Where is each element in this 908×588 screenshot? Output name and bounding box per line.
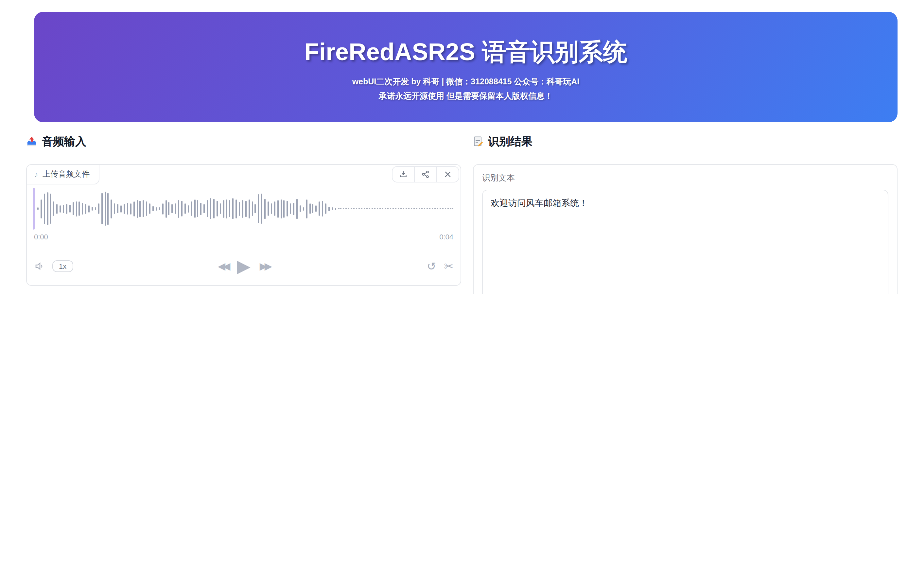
waveform-bar [210, 198, 211, 219]
waveform-bar [159, 207, 160, 210]
waveform-bar [143, 200, 144, 217]
close-icon[interactable] [436, 167, 459, 182]
waveform-bar [40, 199, 42, 218]
waveform-bar [169, 202, 170, 215]
memo-icon [473, 136, 483, 146]
waveform-bar [207, 200, 208, 217]
waveform-bar [191, 201, 192, 216]
waveform-bar [245, 201, 246, 217]
waveform-bar [219, 203, 221, 214]
page-title: FireRedASR2S 语音识别系统 [34, 38, 898, 67]
banner-subtitle-1: webUI二次开发 by 科哥 | 微信：312088415 公众号：科哥玩AI [34, 75, 898, 89]
waveform-bar [322, 201, 323, 217]
waveform-bar [306, 199, 307, 218]
waveform-bar [162, 203, 163, 214]
waveform-bar [133, 201, 134, 216]
waveform-bar [72, 202, 74, 215]
waveform-bar [332, 207, 333, 210]
waveform-bar [194, 199, 195, 218]
waveform-bar [172, 204, 173, 213]
waveform-bar [264, 199, 266, 219]
waveform-bar [271, 203, 272, 214]
waveform-bar [203, 204, 205, 213]
waveform-bar [251, 201, 253, 216]
playback-speed-button[interactable]: 1x [52, 260, 73, 272]
waveform-bar [312, 204, 314, 213]
share-icon[interactable] [414, 167, 436, 182]
recognized-text-area[interactable]: 欢迎访问风车邮箱系统！ [482, 190, 889, 294]
play-button[interactable]: ▶ [237, 257, 251, 275]
waveform-bar [124, 204, 125, 214]
waveform-bar [76, 201, 77, 216]
waveform-bar [156, 207, 157, 210]
waveform-bar [319, 201, 320, 216]
waveform-bar [121, 205, 122, 212]
music-note-icon: ♪ [34, 170, 38, 179]
trim-icon[interactable]: ✂ [444, 261, 454, 272]
waveform-bar [69, 205, 71, 212]
waveform-bar [296, 199, 298, 219]
waveform-bar [181, 201, 182, 217]
time-current: 0:00 [34, 233, 48, 241]
waveform-bar [188, 205, 189, 212]
audio-input-heading: 音频输入 [26, 134, 461, 148]
waveform-bar [197, 200, 198, 217]
rewind-button[interactable]: ◀◀ [218, 260, 228, 272]
waveform-bar [85, 204, 87, 214]
waveform-bar [137, 200, 138, 217]
waveform-bar [146, 201, 147, 216]
waveform-bar [60, 205, 61, 212]
volume-icon[interactable] [34, 260, 46, 272]
waveform-bar [111, 199, 112, 218]
waveform-bar [283, 200, 285, 217]
banner-subtitle-2: 承诺永远开源使用 但是需要保留本人版权信息！ [34, 89, 898, 103]
waveform-bar [43, 193, 45, 224]
waveform-silence-line [338, 208, 453, 209]
upload-audio-tab[interactable]: ♪ 上传音频文件 [27, 165, 100, 185]
waveform-bar [287, 201, 288, 217]
audio-player: ♪ 上传音频文件 [26, 164, 461, 286]
waveform-bar [101, 193, 102, 224]
header-banner: FireRedASR2S 语音识别系统 webUI二次开发 by 科哥 | 微信… [34, 12, 898, 122]
waveform-bar [175, 203, 176, 214]
waveform-bar [66, 204, 68, 214]
app-page: FireRedASR2S 语音识别系统 webUI二次开发 by 科哥 | 微信… [0, 0, 908, 294]
reset-icon[interactable]: ↺ [427, 261, 436, 272]
waveform-bar [293, 202, 295, 215]
recognized-text-label: 识别文本 [482, 173, 889, 184]
waveform-bar [303, 207, 304, 210]
player-actions [392, 166, 459, 183]
waveform[interactable] [34, 190, 453, 228]
waveform-bar [149, 203, 150, 214]
waveform-bar [185, 203, 186, 214]
waveform-bar [140, 201, 141, 217]
audio-input-icon [26, 136, 37, 147]
waveform-bar [201, 202, 202, 215]
forward-button[interactable]: ▶▶ [260, 260, 269, 272]
results-heading: 识别结果 [473, 134, 908, 148]
waveform-bar [37, 207, 39, 210]
waveform-bar [95, 207, 96, 210]
waveform-bar [328, 206, 330, 211]
download-icon[interactable] [393, 167, 414, 182]
waveform-bar [277, 200, 279, 217]
waveform-bar [213, 199, 214, 218]
waveform-bar [235, 199, 237, 218]
waveform-bar [299, 206, 301, 212]
waveform-bar [104, 192, 106, 226]
waveform-bar [280, 199, 282, 218]
waveform-bar [223, 200, 224, 217]
waveform-bar [309, 203, 311, 214]
waveform-bar [290, 203, 291, 214]
waveform-bar [226, 199, 227, 218]
time-duration: 0:04 [439, 233, 453, 241]
waveform-bar [232, 198, 233, 219]
waveform-bar [178, 200, 179, 217]
waveform-bar [258, 194, 259, 223]
upload-audio-label: 上传音频文件 [42, 169, 90, 180]
playback-cursor[interactable] [33, 188, 35, 230]
waveform-bar [217, 201, 218, 217]
waveform-bar [108, 193, 109, 225]
waveform-bar [165, 200, 166, 217]
waveform-bar [50, 194, 52, 224]
